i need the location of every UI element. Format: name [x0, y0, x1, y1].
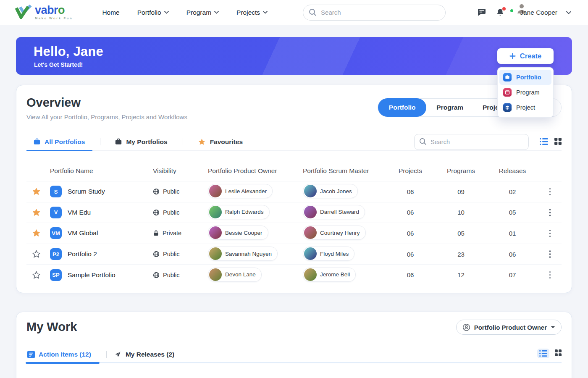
grid-view-icon[interactable] — [555, 349, 562, 358]
online-status-dot — [509, 8, 514, 13]
hero-greeting: Hello, Jane — [34, 44, 103, 59]
programs-count: 05 — [436, 230, 486, 237]
table-row[interactable]: S Scrum Study Public Leslie Alexander Ja… — [26, 181, 562, 202]
nav-item-projects[interactable]: Projects — [236, 9, 268, 16]
scrum-master-name: Floyd Miles — [320, 251, 349, 257]
portfolio-initials-badge: SP — [50, 269, 62, 281]
nav-item-home[interactable]: Home — [102, 9, 119, 16]
notification-dot — [502, 7, 506, 10]
tab-favourites[interactable]: Favourites — [191, 133, 250, 150]
product-owner-name: Devon Lane — [225, 271, 256, 278]
table-row[interactable]: VM VM Global Private Bessie Cooper Court… — [26, 223, 562, 244]
visibility-label: Private — [163, 230, 181, 236]
top-navbar: vabro Make Work Fun Home Portfolio Progr… — [0, 0, 588, 25]
table-row[interactable]: SP Sample Portfolio Public Devon Lane Je… — [26, 264, 562, 285]
column-header: Portfolio Scrum Master — [303, 167, 385, 175]
releases-count: 05 — [486, 209, 538, 216]
row-menu-kebab-icon[interactable] — [538, 227, 562, 240]
row-menu-kebab-icon[interactable] — [538, 186, 562, 198]
favourite-star-icon[interactable] — [26, 228, 50, 238]
segment-program[interactable]: Program — [426, 98, 473, 117]
projects-count: 06 — [385, 209, 436, 216]
chevron-down-icon — [164, 11, 169, 14]
scrum-master-pill: Darrell Steward — [303, 205, 365, 219]
portfolio-name: Sample Portfolio — [68, 271, 116, 279]
brand-logo[interactable]: vabro Make Work Fun — [15, 5, 73, 21]
chevron-down-icon — [263, 11, 268, 14]
favourite-star-icon[interactable] — [26, 187, 50, 196]
list-view-icon[interactable] — [540, 138, 548, 147]
search-icon — [309, 8, 317, 18]
scrum-master-pill: Jerome Bell — [303, 268, 356, 282]
portfolio-search-input[interactable] — [414, 134, 529, 150]
chevron-down-icon — [214, 11, 219, 14]
messages-icon[interactable] — [477, 8, 487, 17]
column-header: Releases — [486, 167, 538, 175]
global-search-input[interactable] — [303, 5, 446, 21]
segment-portfolio[interactable]: Portfolio — [378, 98, 426, 117]
scrum-master-pill: Floyd Miles — [303, 247, 354, 261]
releases-count: 06 — [486, 251, 538, 258]
favourite-star-icon[interactable] — [26, 270, 50, 280]
row-menu-kebab-icon[interactable] — [538, 248, 562, 260]
tab-my-portfolios[interactable]: My Portfolios — [108, 133, 175, 150]
lock-icon — [153, 230, 159, 236]
product-owner-avatar — [209, 247, 222, 260]
create-menu-item-project[interactable]: Project — [499, 100, 551, 115]
row-menu-kebab-icon[interactable] — [538, 206, 562, 219]
portfolio-initials-badge: P2 — [50, 248, 62, 260]
role-filter-dropdown[interactable]: Portfolio Product Owner — [456, 320, 562, 335]
releases-count: 02 — [486, 188, 538, 195]
grid-view-icon[interactable] — [554, 138, 562, 147]
scrum-master-pill: Courtney Henry — [303, 226, 366, 240]
user-menu-chevron-icon[interactable] — [566, 11, 571, 14]
nav-item-portfolio[interactable]: Portfolio — [137, 9, 169, 16]
briefcase-icon — [33, 138, 41, 145]
scrum-master-avatar — [304, 185, 317, 197]
row-menu-kebab-icon[interactable] — [538, 269, 562, 281]
nav-item-program[interactable]: Program — [186, 9, 219, 16]
tab-my-releases[interactable]: My Releases (2) — [113, 346, 183, 362]
column-header: Programs — [436, 167, 486, 175]
product-owner-name: Leslie Alexander — [225, 188, 267, 194]
globe-icon — [153, 188, 160, 195]
tab-divider — [100, 138, 100, 145]
action-items-icon — [27, 351, 35, 358]
create-menu-item-portfolio[interactable]: Portfolio — [499, 70, 551, 85]
visibility-label: Public — [163, 188, 180, 195]
column-header: Visibility — [153, 167, 208, 175]
create-button[interactable]: Create — [497, 48, 554, 64]
column-header: Portfolio Product Owner — [208, 167, 303, 175]
favourite-star-icon[interactable] — [26, 249, 50, 259]
scrum-master-name: Darrell Steward — [320, 209, 359, 215]
tab-action-items[interactable]: Action Items (12) — [26, 346, 100, 362]
table-row[interactable]: P2 Portfolio 2 Public Savannah Nguyen Fl… — [26, 244, 562, 265]
product-owner-pill: Savannah Nguyen — [208, 247, 278, 261]
person-circle-icon — [462, 323, 470, 331]
product-owner-pill: Bessie Cooper — [208, 226, 268, 240]
globe-icon — [153, 251, 160, 257]
favourite-star-icon[interactable] — [26, 208, 50, 217]
tab-divider — [106, 351, 107, 358]
list-view-icon[interactable] — [537, 349, 549, 358]
visibility-label: Public — [163, 209, 180, 216]
visibility-label: Public — [163, 272, 180, 278]
scrum-master-avatar — [304, 268, 317, 281]
scrum-master-name: Courtney Henry — [320, 230, 360, 236]
scrum-master-name: Jerome Bell — [320, 271, 350, 278]
globe-icon — [153, 272, 160, 278]
briefcase-icon — [503, 73, 512, 81]
layers-icon — [503, 103, 512, 112]
product-owner-name: Savannah Nguyen — [225, 251, 272, 257]
tab-all-portfolios[interactable]: All Portfolios — [26, 133, 92, 150]
main-nav: Home Portfolio Program Projects — [102, 9, 268, 16]
my-work-tabs-row: Action Items (12) My Releases (2) — [26, 346, 562, 363]
portfolio-initials-badge: VM — [50, 227, 62, 239]
create-menu-item-program[interactable]: Program — [499, 85, 551, 100]
notifications-bell-icon[interactable] — [496, 8, 505, 17]
overview-card: Overview View All your Portfolio, Progra… — [16, 85, 572, 293]
scrum-master-name: Jacob Jones — [320, 188, 352, 194]
table-row[interactable]: V VM Edu Public Ralph Edwards Darrell St… — [26, 202, 562, 223]
releases-count: 07 — [486, 271, 538, 278]
projects-count: 06 — [385, 251, 436, 258]
